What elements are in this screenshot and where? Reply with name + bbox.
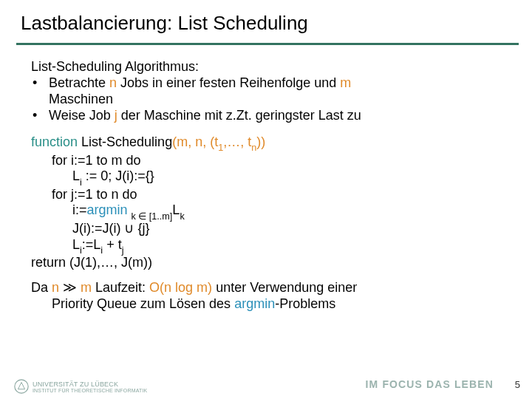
L: L xyxy=(72,168,80,183)
Lupd-plus: + t xyxy=(103,237,122,252)
pseudocode: function List-Scheduling(m, n, (t1,…, tn… xyxy=(31,134,510,271)
page-title: Lastbalancierung: List Scheduling xyxy=(21,12,308,35)
fn-sig-a: (m, n, (t xyxy=(172,134,218,149)
bullet-1-text-c: Maschinen xyxy=(49,92,113,106)
Lupd-i1: i xyxy=(80,245,82,256)
runtime-note: Da n ≫ m Laufzeit: O(n log m) unter Verw… xyxy=(31,280,510,313)
bullet-2-text-a: Weise Job xyxy=(49,108,115,123)
fn-sig-subn: n xyxy=(251,143,256,153)
algorithm-heading: List-Scheduling Algorithmus: xyxy=(31,59,510,75)
rt-n: n xyxy=(52,280,59,295)
code-line-2: for i:=1 to m do xyxy=(31,153,510,169)
fn-sig-sub1: 1 xyxy=(218,143,223,153)
argmin-pre: i:= xyxy=(72,202,87,217)
rt-complexity: O(n log m) xyxy=(149,280,212,295)
code-line-6: J(i):=J(i) ∪ {j} xyxy=(31,221,510,237)
rt-argmin: argmin xyxy=(234,296,275,311)
fn-name: List-Scheduling xyxy=(81,134,172,149)
L-sub-i: i xyxy=(80,177,82,188)
bullet-2: Weise Job j der Maschine mit z.Zt. gerin… xyxy=(31,108,510,124)
footer-uni-line2: INSTITUT FÜR THEORETISCHE INFORMATIK xyxy=(33,388,147,393)
footer-uni-text: UNIVERSITÄT ZU LÜBECK INSTITUT FÜR THEOR… xyxy=(33,381,147,393)
university-crest-icon xyxy=(13,378,30,395)
Lupd-j: j xyxy=(122,245,124,256)
body: List-Scheduling Algorithmus: Betrachte n… xyxy=(31,59,510,313)
rt-line2b: -Problems xyxy=(275,296,335,311)
bullet-2-text-b: der Maschine mit z.Zt. geringster Last z… xyxy=(117,108,361,123)
argmin-Lk-L: L xyxy=(172,202,180,217)
Lupd-mid: :=L xyxy=(82,237,101,252)
Lupd-L1: L xyxy=(72,237,80,252)
bullet-1-text-a: Betrachte xyxy=(49,75,109,90)
code-line-3: Li := 0; J(i):={} xyxy=(31,168,510,187)
rt-pre: Da xyxy=(31,280,52,295)
bullet-1-text-b: Jobs in einer festen Reihenfolge und xyxy=(117,75,340,90)
var-n: n xyxy=(109,75,117,90)
bullet-1: Betrachte n Jobs in einer festen Reihenf… xyxy=(31,75,510,108)
rt-line2a: Priority Queue zum Lösen des xyxy=(52,296,234,311)
code-line-4: for j:=1 to n do xyxy=(31,187,510,203)
code-line-7: Li:=Li + tj xyxy=(31,237,510,256)
argmin-range: k ∈ [1..m] xyxy=(132,211,173,222)
footer-tagline: IM FOCUS DAS LEBEN xyxy=(366,378,494,390)
slide: Lastbalancierung: List Scheduling List-S… xyxy=(0,0,532,399)
page-number: 5 xyxy=(515,379,520,390)
footer-logo: UNIVERSITÄT ZU LÜBECK INSTITUT FÜR THEOR… xyxy=(13,378,147,395)
kw-function: function xyxy=(31,134,78,149)
rt-m: m xyxy=(81,280,92,295)
var-m: m xyxy=(340,75,351,90)
code-line-5: i:=argmin k ∈ [1..m]Lk xyxy=(31,202,510,221)
fn-sig-mid: ,…, t xyxy=(223,134,251,149)
rt-mid1: Laufzeit: xyxy=(92,280,149,295)
argmin-sp xyxy=(128,202,132,217)
code-line-8: return (J(1),…, J(m)) xyxy=(31,255,510,271)
fn-sig-close: )) xyxy=(256,134,265,149)
footer-uni-line1: UNIVERSITÄT ZU LÜBECK xyxy=(33,381,147,388)
fn-argmin: argmin xyxy=(87,202,128,217)
rt-gg: ≫ xyxy=(59,280,81,295)
rt-mid2: unter Verwendung einer xyxy=(212,280,357,295)
argmin-Lk-k: k xyxy=(180,211,184,222)
Lupd-i2: i xyxy=(100,245,103,256)
title-underline xyxy=(16,43,519,45)
code-line-1: function List-Scheduling(m, n, (t1,…, tn… xyxy=(31,134,265,149)
init-rest: := 0; J(i):={} xyxy=(82,168,154,183)
